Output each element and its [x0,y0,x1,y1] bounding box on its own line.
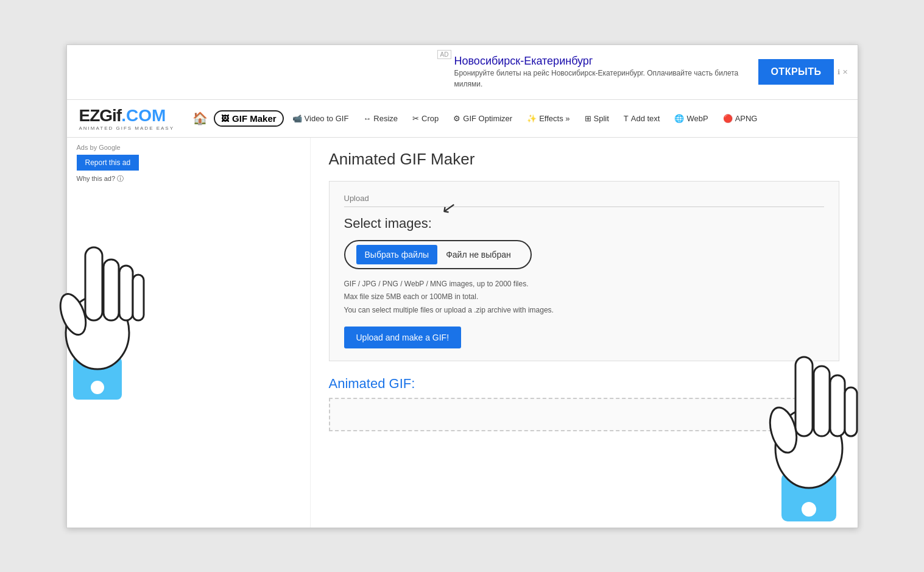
resize-icon: ↔ [363,114,371,123]
nav-item-apng[interactable]: 🔴 APNG [717,110,764,127]
video-icon: 📹 [292,114,302,123]
choose-files-button[interactable]: Выбрать файлы [356,245,438,264]
ad-close-controls: ℹ ✕ [838,68,848,76]
site-header: EZGif.COM ANIMATED GIFS MADE EASY 🏠 🖼 GI… [67,100,858,138]
webp-icon: 🌐 [674,114,684,123]
svg-rect-2 [85,247,102,320]
optimizer-icon: ⚙ [453,114,460,123]
effects-icon: ✨ [527,114,537,123]
nav-item-crop[interactable]: ✂ Crop [406,110,445,127]
logo: EZGif.COM ANIMATED GIFS MADE EASY [79,106,175,131]
ads-by-google-label: Ads by Google [77,144,300,151]
left-sidebar: Ads by Google Report this ad Why this ad… [67,138,311,528]
hints: GIF / JPG / PNG / WebP / MNG images, up … [344,278,824,317]
hint1: GIF / JPG / PNG / WebP / MNG images, up … [344,278,824,291]
nav-item-gif-optimizer[interactable]: ⚙ GIF Optimizer [447,110,518,127]
gif-output-area [329,398,839,431]
nav-item-split[interactable]: ⊞ Split [579,110,615,127]
svg-point-7 [90,380,105,395]
ad-content: Новосибирск-Екатеринбург Бронируйте биле… [454,55,747,90]
select-area: ↙ Select images: Выбрать файлы Файл не в… [344,216,824,278]
report-ad-button[interactable]: Report this ad [77,155,139,171]
ad-banner: AD Новосибирск-Екатеринбург Бронируйте б… [67,45,858,100]
ad-desc: Бронируйте билеты на рейс Новосибирск-Ек… [454,68,747,90]
upload-section: Upload ↙ Select images: Выбрать файлы Фа… [329,181,839,362]
svg-rect-4 [119,266,133,320]
nav-gif-maker-label: GIF Maker [232,113,277,124]
upload-button[interactable]: Upload and make a GIF! [344,327,462,348]
svg-rect-13 [845,387,857,436]
ad-title: Новосибирск-Екатеринбург [454,55,747,68]
why-this-ad: Why this ad? ⓘ [77,174,300,183]
hand-left-illustration [18,186,177,418]
page-title: Animated GIF Maker [329,150,839,169]
arrow-down: ↙ [440,196,457,218]
nav-item-add-text[interactable]: T Add text [618,110,666,127]
animated-gif-title: Animated GIF: [329,376,839,392]
file-name-display: Файл не выбран [437,245,520,264]
animated-gif-section: Animated GIF: [329,376,839,431]
file-input-oval: Выбрать файлы Файл не выбран [344,240,532,269]
gif-maker-icon: 🖼 [221,114,229,123]
ad-badge: AD [437,50,452,59]
nav-menu: 🖼 GIF Maker 📹 Video to GIF ↔ Resize ✂ Cr… [214,110,845,127]
ad-close-icon[interactable]: ✕ [842,68,848,76]
nav-item-gif-maker[interactable]: 🖼 GIF Maker [214,110,284,127]
select-images-heading: Select images: [344,216,824,231]
home-icon[interactable]: 🏠 [192,111,208,125]
main-content: Animated GIF Maker Upload ↙ Select image… [311,138,858,528]
info-icon: ℹ [838,68,840,76]
browser-window: AD Новосибирск-Екатеринбург Бронируйте б… [66,44,858,528]
split-icon: ⊞ [585,114,591,123]
nav-item-resize[interactable]: ↔ Resize [357,110,404,127]
svg-point-15 [801,501,817,517]
apng-icon: 🔴 [723,114,733,123]
logo-com: .COM [121,106,166,125]
logo-text: EZGif.COM [79,106,175,125]
nav-item-video-to-gif[interactable]: 📹 Video to GIF [286,110,355,127]
logo-tagline: ANIMATED GIFS MADE EASY [79,125,175,131]
upload-label: Upload [344,194,824,207]
main-area: Ads by Google Report this ad Why this ad… [67,138,858,528]
hint3: You can select multiple files or upload … [344,304,824,317]
nav-item-webp[interactable]: 🌐 WebP [668,110,714,127]
svg-rect-5 [133,275,144,320]
nav-item-effects[interactable]: ✨ Effects » [521,110,576,127]
text-icon: T [624,114,629,123]
crop-icon: ✂ [412,114,419,123]
hint2: Max file size 5MB each or 100MB in total… [344,291,824,304]
ad-open-button[interactable]: ОТКРЫТЬ [758,59,833,85]
svg-rect-3 [104,260,119,320]
svg-rect-8 [781,473,836,521]
logo-ezgif: EZGif [79,106,122,125]
